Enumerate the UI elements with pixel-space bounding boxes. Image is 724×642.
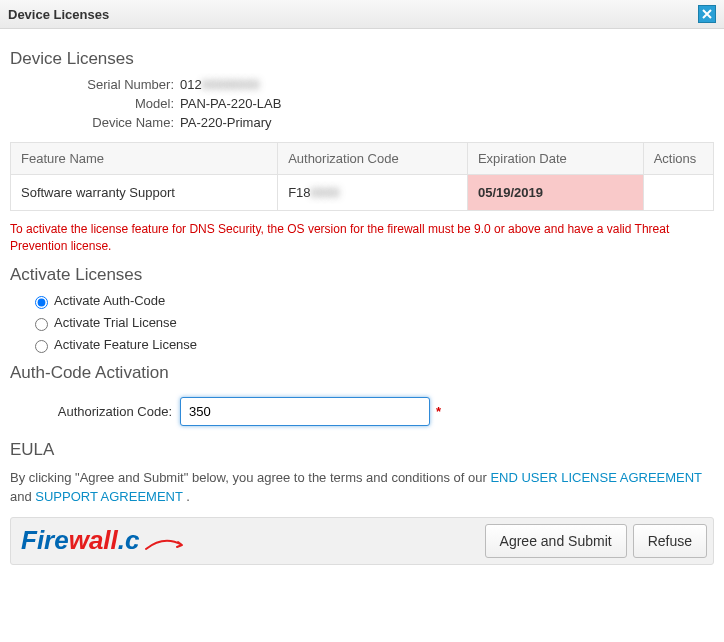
dialog-footer: Firewall.c Agree and Submit Refuse: [10, 517, 714, 565]
radio-activate-trial[interactable]: Activate Trial License: [30, 315, 714, 331]
value-model: PAN-PA-220-LAB: [180, 96, 281, 111]
cell-feature-name: Software warranty Support: [11, 175, 278, 211]
warning-text: To activate the license feature for DNS …: [10, 221, 714, 255]
value-serial-number: 01200000000: [180, 77, 260, 92]
radio-label-feature: Activate Feature License: [54, 337, 197, 352]
radio-input-trial[interactable]: [35, 318, 48, 331]
link-support-agreement[interactable]: SUPPORT AGREEMENT: [35, 489, 182, 504]
authorization-code-input[interactable]: [180, 397, 430, 426]
info-row-serial: Serial Number: 01200000000: [10, 77, 714, 92]
radio-label-auth-code: Activate Auth-Code: [54, 293, 165, 308]
cell-auth-code: F180000: [278, 175, 468, 211]
col-feature-name: Feature Name: [11, 143, 278, 175]
cell-actions: [643, 175, 713, 211]
section-eula: EULA: [10, 440, 714, 460]
radio-label-trial: Activate Trial License: [54, 315, 177, 330]
col-expiration: Expiration Date: [467, 143, 643, 175]
col-actions: Actions: [643, 143, 713, 175]
value-device-name: PA-220-Primary: [180, 115, 272, 130]
link-end-user-license-agreement[interactable]: END USER LICENSE AGREEMENT: [490, 470, 701, 485]
radio-input-auth-code[interactable]: [35, 296, 48, 309]
required-asterisk: *: [436, 404, 441, 419]
label-authorization-code: Authorization Code:: [10, 404, 180, 419]
dialog-content: Device Licenses Serial Number: 012000000…: [0, 29, 724, 573]
activate-radio-group: Activate Auth-Code Activate Trial Licens…: [30, 293, 714, 353]
section-device-licenses: Device Licenses: [10, 49, 714, 69]
info-row-device-name: Device Name: PA-220-Primary: [10, 115, 714, 130]
col-auth-code: Authorization Code: [278, 143, 468, 175]
agree-and-submit-button[interactable]: Agree and Submit: [485, 524, 627, 558]
licenses-table: Feature Name Authorization Code Expirati…: [10, 142, 714, 211]
auth-code-row: Authorization Code: *: [10, 397, 714, 426]
window-titlebar: Device Licenses: [0, 0, 724, 29]
cell-expiration: 05/19/2019: [467, 175, 643, 211]
info-row-model: Model: PAN-PA-220-LAB: [10, 96, 714, 111]
window-title: Device Licenses: [8, 7, 109, 22]
label-serial-number: Serial Number:: [10, 77, 180, 92]
refuse-button[interactable]: Refuse: [633, 524, 707, 558]
radio-activate-auth-code[interactable]: Activate Auth-Code: [30, 293, 714, 309]
label-device-name: Device Name:: [10, 115, 180, 130]
table-header-row: Feature Name Authorization Code Expirati…: [11, 143, 714, 175]
eula-text: By clicking "Agree and Submit" below, yo…: [10, 468, 714, 507]
logo-firewall-cx: Firewall.c: [21, 525, 190, 556]
footer-buttons: Agree and Submit Refuse: [485, 524, 707, 558]
section-auth-code-activation: Auth-Code Activation: [10, 363, 714, 383]
radio-activate-feature[interactable]: Activate Feature License: [30, 337, 714, 353]
table-row: Software warranty Support F180000 05/19/…: [11, 175, 714, 211]
radio-input-feature[interactable]: [35, 340, 48, 353]
label-model: Model:: [10, 96, 180, 111]
close-icon[interactable]: [698, 5, 716, 23]
section-activate-licenses: Activate Licenses: [10, 265, 714, 285]
swoosh-icon: [144, 539, 190, 551]
